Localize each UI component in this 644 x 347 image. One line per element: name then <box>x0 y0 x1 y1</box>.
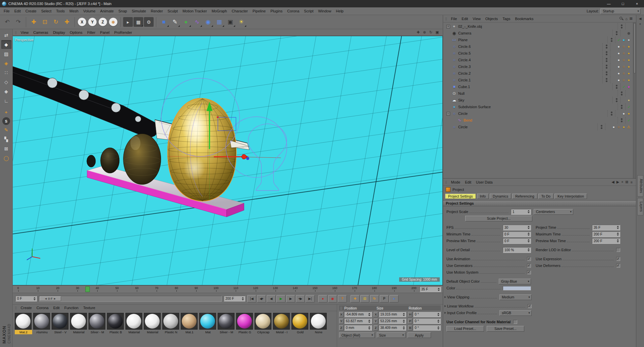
rotate-view-icon[interactable]: ↻ <box>428 30 433 34</box>
render-visibility-dot[interactable] <box>611 114 612 116</box>
material-tag-icon[interactable]: ● <box>626 71 631 75</box>
key-rotation-button[interactable]: ↻ <box>370 295 379 302</box>
menu-corona[interactable]: Corona <box>285 7 302 15</box>
project-scale-field[interactable]: 1 <box>511 209 531 215</box>
key-parameter-button[interactable]: P <box>380 295 389 302</box>
spinner[interactable] <box>437 319 440 324</box>
collapse-panel-icon[interactable]: ◀ <box>639 17 642 20</box>
position-y-field[interactable]: 63.827 mm <box>344 318 372 324</box>
load-preset-button[interactable]: Load Preset... <box>446 326 484 332</box>
editor-visibility-dot[interactable] <box>606 78 607 80</box>
default-color-swatch[interactable] <box>503 286 531 290</box>
render-visibility-dot[interactable] <box>621 121 623 122</box>
egg-large-dark-object[interactable] <box>123 134 161 185</box>
magnet-tool-icon[interactable]: ◯ <box>1 154 11 162</box>
spinner[interactable] <box>402 319 405 324</box>
layout-dropdown[interactable]: Startup <box>600 8 641 14</box>
enabled-check-icon[interactable]: ✓ <box>627 118 631 123</box>
volume-builder-icon[interactable]: ◉ <box>203 17 213 27</box>
position-x-field[interactable]: -54.809 mm <box>344 311 372 317</box>
menu-tools[interactable]: Tools <box>54 7 67 15</box>
use-color-channel-checkbox[interactable] <box>513 320 517 324</box>
scale-project-button[interactable]: Scale Project... <box>465 216 532 221</box>
project-scale-unit-dropdown[interactable]: Centimeters <box>534 209 573 215</box>
menu-character[interactable]: Character <box>229 7 250 15</box>
menu-animate[interactable]: Animate <box>98 7 116 15</box>
spinner[interactable] <box>616 232 619 237</box>
snap-settings-icon[interactable]: S <box>2 117 10 125</box>
material-item-plastic-n[interactable]: Plastic N <box>162 313 180 334</box>
coord-mode-dropdown[interactable]: Object (Rel) <box>339 332 375 338</box>
tab-key-interpolation[interactable]: Key Interpolation <box>554 194 587 199</box>
editor-visibility-dot[interactable] <box>621 24 623 26</box>
autokey-button[interactable]: ◉ <box>328 295 337 302</box>
timeline-slider-handle[interactable]: 0 F <box>40 296 61 301</box>
editor-visibility-dot[interactable] <box>601 125 602 127</box>
preview-max-field[interactable]: 200 F <box>592 238 620 244</box>
goto-end-button[interactable]: ▶| <box>306 295 315 302</box>
material-item-cityscap[interactable]: Cityscap <box>255 313 272 334</box>
material-item-mat-2[interactable]: Mat.2 <box>15 313 32 334</box>
object-row-sky[interactable]: ☁Sky● <box>443 97 636 103</box>
use-motion-system-checkbox[interactable]: ✓ <box>527 270 531 274</box>
editor-visibility-dot[interactable] <box>606 45 607 46</box>
attr-menu-edit[interactable]: Edit <box>463 180 474 184</box>
subdivision-surface-generator-icon[interactable]: ● <box>181 17 191 27</box>
tab-project-settings[interactable]: Project Settings <box>445 194 476 199</box>
phong-tag-icon[interactable]: ○ <box>621 71 626 75</box>
prev-frame-button[interactable]: ◀ <box>267 295 276 302</box>
visibility-toggles[interactable] <box>618 117 626 124</box>
key-position-button[interactable]: ✚ <box>351 295 360 302</box>
lock-icon[interactable]: ⊠ <box>630 16 633 21</box>
project-time-field[interactable]: 35 F <box>592 225 620 230</box>
spinner[interactable] <box>437 312 440 317</box>
viewport-menu-display[interactable]: Display <box>51 30 67 34</box>
visibility-toggles[interactable] <box>602 63 610 70</box>
render-picture-viewer-icon[interactable]: ▦ <box>133 17 143 27</box>
position-z-field[interactable]: 0 mm <box>344 325 372 331</box>
view-clipping-dropdown[interactable]: Medium <box>499 294 532 300</box>
apply-button[interactable]: Apply <box>408 332 431 338</box>
next-frame-button[interactable]: ▶ <box>286 295 295 302</box>
materials-menu-corona[interactable]: Corona <box>34 306 51 310</box>
home-icon[interactable]: ⌂ <box>625 17 628 21</box>
material-item-none[interactable]: None <box>310 313 327 334</box>
side-tab-attributes[interactable]: Attributes <box>637 175 643 197</box>
menu-create[interactable]: Create <box>23 7 39 15</box>
material-tag-icon[interactable]: ● <box>626 65 631 69</box>
record-keyframe-button[interactable]: ● <box>318 295 327 302</box>
size-x-field[interactable]: 19.315 mm <box>379 311 407 317</box>
visibility-toggles[interactable] <box>602 43 610 50</box>
attr-menu-mode[interactable]: Mode <box>449 180 463 184</box>
tab-to-do[interactable]: To Do <box>538 194 553 199</box>
material-tag-icon[interactable]: ● <box>621 125 626 129</box>
render-visibility-dot[interactable] <box>621 27 623 28</box>
menu-plugins[interactable]: Plugins <box>268 7 285 15</box>
spinner[interactable] <box>33 296 36 301</box>
close-button[interactable]: × <box>630 0 644 7</box>
object-row-bend[interactable]: ∿Bend✓ <box>443 117 636 124</box>
redo-button-icon[interactable]: ↷ <box>13 17 23 27</box>
material-tag-icon[interactable]: ● <box>616 78 621 82</box>
expand-arrow-icon[interactable] <box>444 295 447 299</box>
pin-icon[interactable]: ⌖ <box>621 180 623 184</box>
spinner[interactable] <box>402 325 405 330</box>
search-icon[interactable] <box>620 17 623 20</box>
phong-tag-icon[interactable]: ○ <box>616 125 621 129</box>
tab-referencing[interactable]: Referencing <box>512 194 537 199</box>
gold-egg-object[interactable] <box>168 98 237 201</box>
use-expression-checkbox[interactable]: ✓ <box>616 257 620 261</box>
pan-view-icon[interactable]: ✚ <box>416 30 421 34</box>
object-row-null[interactable]: ⊙Null <box>443 90 636 97</box>
cube-primitive-icon[interactable]: ■ <box>159 17 169 27</box>
active-tool-icon[interactable]: ✚ <box>62 17 72 27</box>
use-generators-checkbox[interactable]: ✓ <box>527 264 531 268</box>
goto-start-button[interactable]: |◀ <box>247 295 256 302</box>
lock-y-axis-icon[interactable]: Y <box>88 18 97 26</box>
menu-window[interactable]: Window <box>316 7 333 15</box>
undo-button-icon[interactable]: ↶ <box>2 17 12 27</box>
object-row-circle-4[interactable]: ○Circle.4●○● <box>443 57 636 63</box>
materials-menu-edit[interactable]: Edit <box>51 306 62 310</box>
visibility-toggles[interactable] <box>602 77 610 83</box>
editor-visibility-dot[interactable] <box>621 91 623 93</box>
